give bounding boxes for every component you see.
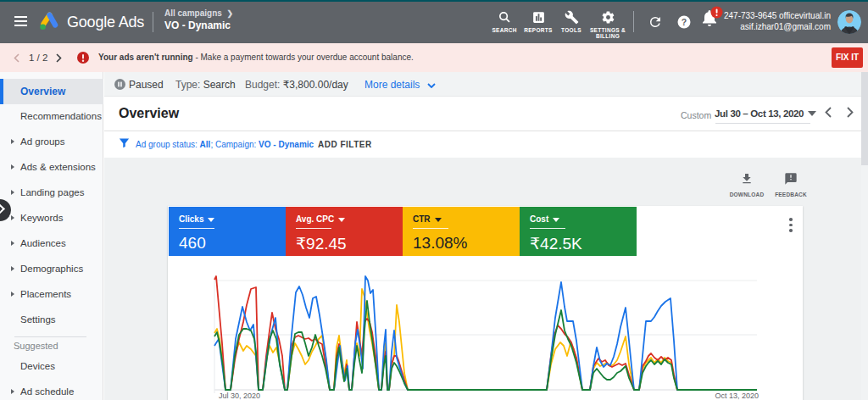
svg-text:Oct 13, 2020: Oct 13, 2020: [715, 392, 759, 400]
svg-text:?: ?: [682, 17, 687, 27]
svg-text:Jul 30, 2020: Jul 30, 2020: [219, 392, 260, 400]
